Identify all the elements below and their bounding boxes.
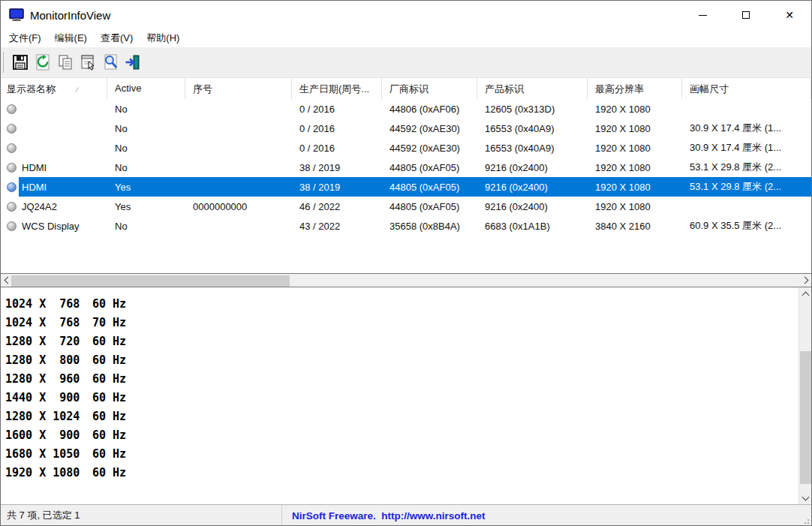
save-icon <box>11 53 29 71</box>
col-header-active[interactable]: Active <box>107 78 185 99</box>
list-item[interactable]: 1280 X 72060 Hz <box>5 332 811 350</box>
col-header-product[interactable]: 产品标识 <box>477 78 588 99</box>
col-header-resolution[interactable]: 最高分辨率 <box>588 78 682 99</box>
window-title: MonitorInfoView <box>30 9 110 22</box>
minimize-button[interactable] <box>681 1 724 29</box>
menu-file[interactable]: 文件(F) <box>2 29 48 47</box>
monitor-state-icon <box>7 202 17 212</box>
monitor-state-icon <box>7 104 17 114</box>
maximize-button[interactable] <box>724 1 768 29</box>
col-header-date[interactable]: 生产日期(周号... <box>292 78 382 99</box>
display-modes-list: 1024 X 76860 Hz 1024 X 76870 Hz 1280 X 7… <box>1 287 811 482</box>
copy-button[interactable] <box>55 52 76 73</box>
horizontal-scrollbar-thumb[interactable] <box>11 275 290 287</box>
properties-button[interactable] <box>77 52 98 73</box>
monitors-list: 显示器名称∕ Active 序号 生产日期(周号... 厂商标识 产品标识 最高… <box>1 78 811 273</box>
monitor-state-icon <box>7 143 17 153</box>
save-button[interactable] <box>10 52 31 73</box>
display-modes-pane: 1024 X 76860 Hz 1024 X 76870 Hz 1280 X 7… <box>1 287 811 504</box>
horizontal-scrollbar[interactable] <box>1 273 811 287</box>
monitor-state-icon <box>7 221 17 231</box>
col-header-vendor[interactable]: 厂商标识 <box>382 78 477 99</box>
find-button[interactable] <box>100 52 121 73</box>
vertical-scrollbar-thumb[interactable] <box>800 351 811 484</box>
monitor-state-icon <box>7 182 17 192</box>
scroll-left-icon[interactable] <box>1 274 12 287</box>
scroll-up-icon[interactable] <box>799 287 811 300</box>
window-controls: ✕ <box>681 1 811 29</box>
table-row[interactable]: HDMI No 38 / 2019 44805 (0xAF05) 9216 (0… <box>1 158 811 177</box>
list-item[interactable]: 1280 X 102460 Hz <box>5 407 811 425</box>
scroll-right-icon[interactable] <box>800 274 811 287</box>
exit-icon <box>124 53 142 71</box>
table-row[interactable]: No 0 / 2016 44806 (0xAF06) 12605 (0x313D… <box>1 99 811 119</box>
title-bar: MonitorInfoView ✕ <box>1 1 811 29</box>
refresh-button[interactable] <box>32 52 53 73</box>
status-bar: 共 7 项, 已选定 1 NirSoft Freeware. http://ww… <box>1 504 811 526</box>
app-monitor-icon <box>9 8 24 22</box>
refresh-icon <box>34 53 52 71</box>
status-item-count: 共 7 项, 已选定 1 <box>1 505 282 526</box>
list-item[interactable]: 1024 X 76860 Hz <box>5 294 811 313</box>
find-icon <box>101 53 119 71</box>
list-item[interactable]: 1024 X 76870 Hz <box>5 313 811 332</box>
sort-indicator-icon: ∕ <box>77 86 78 94</box>
table-row[interactable]: No 0 / 2016 44592 (0xAE30) 16553 (0x40A9… <box>1 119 811 138</box>
close-icon: ✕ <box>785 10 794 20</box>
monitor-state-icon <box>7 124 17 134</box>
table-row-selected[interactable]: HDMI Yes 38 / 2019 44805 (0xAF05) 9216 (… <box>1 177 811 197</box>
col-header-serial[interactable]: 序号 <box>185 78 292 99</box>
scroll-down-icon[interactable] <box>799 491 811 504</box>
list-item[interactable]: 1920 X 108060 Hz <box>5 463 811 482</box>
resize-grip[interactable] <box>801 516 809 524</box>
toolbar <box>1 47 811 78</box>
list-item[interactable]: 1680 X 105060 Hz <box>5 444 811 463</box>
monitorinfoview-window: MonitorInfoView ✕ 文件(F) 编辑(E) 查看(V) 帮助(H… <box>0 0 812 526</box>
table-row[interactable]: No 0 / 2016 44592 (0xAE30) 16553 (0x40A9… <box>1 138 811 158</box>
table-row[interactable]: JQ24A2 Yes 0000000000 46 / 2022 44805 (0… <box>1 197 811 216</box>
menu-edit[interactable]: 编辑(E) <box>48 29 94 47</box>
col-header-size[interactable]: 画幅尺寸 <box>682 78 811 99</box>
list-item[interactable]: 1280 X 96060 Hz <box>5 369 811 388</box>
properties-icon <box>79 53 97 71</box>
list-header: 显示器名称∕ Active 序号 生产日期(周号... 厂商标识 产品标识 最高… <box>1 78 811 99</box>
monitor-state-icon <box>7 163 17 173</box>
menu-view[interactable]: 查看(V) <box>94 29 140 47</box>
maximize-icon <box>742 11 750 19</box>
menu-bar: 文件(F) 编辑(E) 查看(V) 帮助(H) <box>1 29 811 47</box>
toolbar-gripper <box>3 52 4 73</box>
menu-help[interactable]: 帮助(H) <box>140 29 186 47</box>
vertical-scrollbar[interactable] <box>798 287 811 504</box>
list-item[interactable]: 1600 X 90060 Hz <box>5 425 811 444</box>
nirsoft-link[interactable]: NirSoft Freeware. http://www.nirsoft.net <box>282 510 486 521</box>
list-item[interactable]: 1280 X 80060 Hz <box>5 350 811 369</box>
table-row[interactable]: WCS Display No 43 / 2022 35658 (0x8B4A) … <box>1 216 811 236</box>
list-item[interactable]: 1440 X 90060 Hz <box>5 388 811 407</box>
col-header-name[interactable]: 显示器名称∕ <box>1 78 107 99</box>
close-button[interactable]: ✕ <box>768 1 811 29</box>
exit-button[interactable] <box>122 52 143 73</box>
minimize-icon <box>699 15 707 16</box>
copy-icon <box>56 53 74 71</box>
